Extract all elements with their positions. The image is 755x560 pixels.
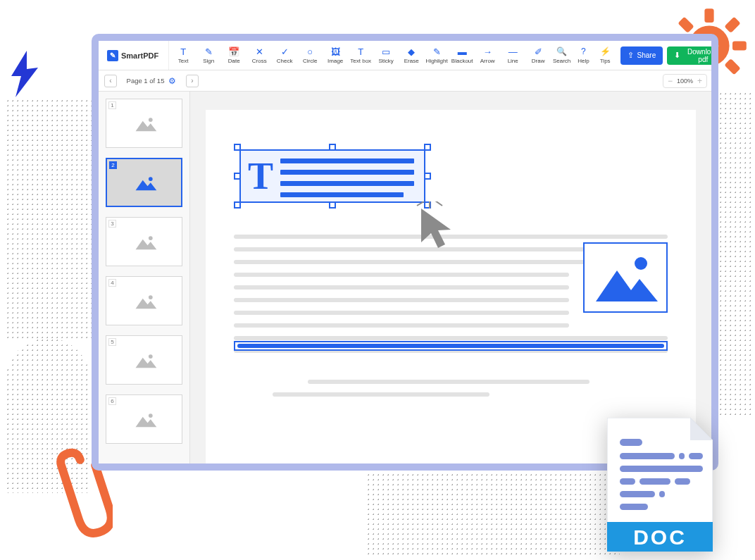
date-icon: 📅 (228, 46, 239, 56)
svg-rect-40 (659, 491, 665, 497)
svg-rect-7 (724, 17, 740, 33)
tool-date[interactable]: 📅Date (221, 41, 247, 70)
resize-handle[interactable] (424, 173, 431, 180)
svg-rect-35 (620, 466, 703, 472)
thumb-number: 3 (108, 220, 116, 228)
svg-marker-18 (135, 299, 156, 309)
zoom-in-button[interactable]: + (697, 76, 702, 86)
search-icon: 🔍 (556, 46, 567, 56)
svg-marker-22 (135, 417, 156, 427)
tool-label: Sign (203, 58, 214, 64)
resize-handle[interactable] (234, 173, 241, 180)
tool-highlight[interactable]: ✎Highlight (424, 41, 449, 70)
prev-page-button[interactable]: ‹ (104, 75, 117, 87)
tool-draw[interactable]: ✐Draw (525, 41, 551, 70)
search-tool[interactable]: 🔍 Search (551, 46, 573, 64)
zoom-out-button[interactable]: − (668, 76, 673, 86)
page-indicator: Page 1 of 15 (127, 77, 165, 85)
resize-handle[interactable] (234, 201, 241, 209)
tool-arrow[interactable]: →Arrow (475, 41, 500, 70)
svg-marker-16 (135, 239, 156, 249)
svg-marker-20 (135, 358, 156, 368)
thumbnail[interactable]: 4 (106, 276, 182, 325)
subbar: ‹ Page 1 of 15 ⚙ › − 100% + (99, 70, 711, 92)
resize-handle[interactable] (424, 144, 431, 151)
tool-label: Circle (303, 58, 317, 64)
svg-rect-5 (732, 41, 747, 50)
svg-point-15 (148, 236, 152, 240)
tool-textbox[interactable]: TText box (348, 41, 373, 70)
tool-circle[interactable]: ○Circle (297, 41, 323, 70)
tool-image[interactable]: 🖼Image (323, 41, 348, 70)
tool-line[interactable]: —Line (500, 41, 525, 70)
dots-decoration (366, 458, 620, 556)
svg-point-19 (148, 354, 152, 359)
thumbnail[interactable]: 6 (106, 394, 182, 444)
thumbnail[interactable]: 3 (106, 217, 182, 266)
tool-blackout[interactable]: ▬Blackout (449, 41, 475, 70)
thumb-number: 6 (108, 397, 116, 405)
search-label: Search (553, 58, 570, 64)
doc-label: DOC (633, 525, 687, 549)
selection-box[interactable]: T (234, 144, 431, 209)
tool-sign[interactable]: ✎Sign (196, 41, 221, 70)
share-button[interactable]: ⇪ Share (620, 46, 663, 65)
svg-rect-37 (639, 478, 670, 485)
tool-sticky[interactable]: ▭Sticky (373, 41, 399, 70)
tool-label: Text (178, 58, 189, 64)
help-label: Help (578, 58, 589, 64)
text-icon: T (180, 46, 186, 56)
svg-rect-9 (724, 58, 740, 75)
resize-handle[interactable] (234, 144, 241, 151)
tools-group: TText✎Sign📅Date✕Cross✓Check○Circle🖼Image… (170, 41, 551, 70)
blackout-icon: ▬ (458, 46, 467, 56)
canvas[interactable]: T (190, 92, 711, 463)
resize-handle[interactable] (329, 144, 336, 151)
image-placeholder[interactable] (583, 242, 668, 313)
page-surface[interactable]: T (206, 110, 696, 463)
tool-cross[interactable]: ✕Cross (247, 41, 272, 70)
share-icon: ⇪ (628, 51, 634, 60)
image-icon (134, 292, 155, 309)
svg-marker-30 (690, 418, 713, 440)
tips-tool[interactable]: ⚡ Tips (594, 46, 616, 64)
tool-text[interactable]: TText (170, 41, 196, 70)
svg-point-21 (148, 413, 152, 418)
image-icon (134, 351, 155, 368)
help-tool[interactable]: ? Help (573, 46, 594, 64)
zoom-control: − 100% + (663, 74, 707, 88)
toolbar: ✎ SmartPDF TText✎Sign📅Date✕Cross✓Check○C… (99, 41, 711, 70)
share-button-label: Share (637, 51, 656, 59)
gear-icon[interactable]: ⚙ (168, 76, 176, 86)
thumb-number: 4 (108, 279, 116, 287)
thumbnail[interactable]: 5 (106, 335, 182, 385)
highlight-selection[interactable] (234, 341, 668, 351)
download-button-label: Download pdf (684, 48, 718, 63)
thumbnail[interactable]: 1 (106, 99, 182, 148)
svg-rect-33 (679, 453, 685, 459)
tool-label: Blackout (451, 58, 473, 64)
tool-erase[interactable]: ◆Erase (399, 41, 424, 70)
resize-handle[interactable] (424, 201, 431, 209)
svg-point-27 (635, 257, 647, 270)
svg-rect-32 (620, 453, 675, 459)
tips-icon: ⚡ (600, 46, 611, 56)
tool-check[interactable]: ✓Check (272, 41, 297, 70)
image-icon (134, 411, 155, 428)
workspace: 123456 T (99, 92, 711, 463)
resize-handle[interactable] (329, 201, 336, 209)
next-page-button[interactable]: › (186, 75, 199, 87)
tool-label: Image (327, 58, 343, 64)
svg-point-17 (148, 295, 152, 299)
erase-icon: ◆ (408, 46, 415, 56)
check-icon: ✓ (281, 46, 289, 56)
download-button[interactable]: ⬇ Download pdf (667, 46, 718, 65)
svg-rect-6 (678, 17, 694, 33)
cross-icon: ✕ (256, 46, 263, 56)
thumbnail[interactable]: 2 (106, 158, 182, 207)
bolt-icon (7, 49, 42, 99)
svg-rect-36 (620, 478, 635, 485)
text-block[interactable]: T (239, 149, 425, 203)
thumbnail-rail: 123456 (99, 92, 190, 463)
svg-marker-14 (135, 180, 156, 190)
